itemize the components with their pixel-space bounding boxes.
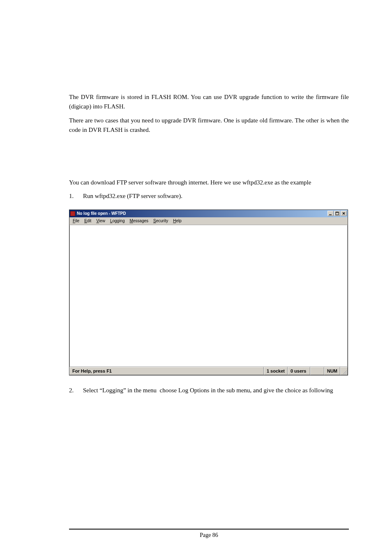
list-number-2: 2. (69, 386, 83, 395)
menubar: File Edit View Logging Messages Security… (69, 217, 348, 225)
svg-rect-2 (336, 212, 339, 213)
minimize-button[interactable] (327, 211, 334, 216)
status-users: 0 users (288, 367, 310, 375)
status-empty (310, 367, 324, 375)
titlebar: No log file open - WFTPD (69, 210, 348, 217)
statusbar: For Help, press F1 1 socket 0 users NUM (69, 367, 348, 375)
page-number: Page 86 (200, 532, 218, 538)
list-text-1: Run wftpd32.exe (FTP server software). (83, 191, 349, 201)
list-number-1: 1. (69, 191, 83, 201)
close-button[interactable] (341, 211, 347, 216)
resize-grip-icon[interactable] (340, 367, 348, 375)
list-item-2: 2. Select “Logging” in the menu choose L… (69, 386, 349, 395)
list-item-1: 1. Run wftpd32.exe (FTP server software)… (69, 191, 349, 201)
status-help-text: For Help, press F1 (69, 367, 264, 375)
app-icon (70, 211, 75, 216)
paragraph-3: You can download FTP server software thr… (69, 178, 349, 187)
menu-edit[interactable]: Edit (82, 219, 94, 223)
wftpd-screenshot: No log file open - WFTPD File Edit View (69, 210, 349, 375)
svg-rect-0 (329, 214, 332, 215)
paragraph-1: The DVR firmware is stored in FLASH ROM.… (69, 92, 349, 112)
menu-logging[interactable]: Logging (108, 219, 127, 223)
page-footer: Page 86 (69, 529, 349, 539)
menu-view[interactable]: View (94, 219, 108, 223)
menu-help[interactable]: Help (171, 219, 184, 223)
client-area (69, 225, 348, 367)
status-sockets: 1 socket (264, 367, 288, 375)
menu-security[interactable]: Security (151, 219, 171, 223)
maximize-button[interactable] (334, 211, 340, 216)
paragraph-2: There are two cases that you need to upg… (69, 116, 349, 135)
menu-file[interactable]: File (70, 219, 82, 223)
app-window: No log file open - WFTPD File Edit View (69, 210, 348, 375)
window-title: No log file open - WFTPD (77, 211, 327, 216)
list-text-2: Select “Logging” in the menu choose Log … (83, 386, 349, 395)
status-num: NUM (324, 367, 340, 375)
menu-messages[interactable]: Messages (127, 219, 151, 223)
